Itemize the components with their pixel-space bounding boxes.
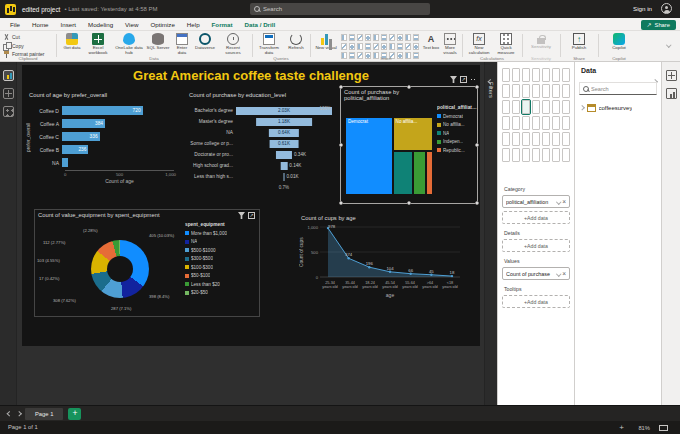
visual-treemap[interactable]: ↗ Count of purchase by political_affilia… bbox=[340, 86, 478, 204]
bar[interactable] bbox=[62, 158, 68, 167]
treemap-node[interactable]: Democrat bbox=[345, 117, 393, 195]
report-view-icon[interactable] bbox=[3, 70, 14, 81]
bar[interactable]: 384 bbox=[62, 119, 105, 128]
category-add-data-button[interactable]: +Add data bbox=[502, 211, 570, 224]
sign-in-button[interactable]: Sign in bbox=[633, 5, 652, 12]
legend-item[interactable]: No affilia... bbox=[437, 121, 477, 130]
copy-button[interactable]: Copy bbox=[3, 42, 24, 50]
visual-type-icon[interactable] bbox=[405, 43, 411, 50]
quick-measure-button[interactable]: Quick measure bbox=[494, 33, 518, 56]
visual-type-icon[interactable] bbox=[397, 34, 403, 41]
bar[interactable]: 336 bbox=[62, 132, 100, 141]
menu-format[interactable]: Format bbox=[206, 18, 239, 31]
visual-type-icon[interactable] bbox=[381, 34, 387, 41]
visual-type-icon[interactable] bbox=[522, 68, 530, 82]
treemap-node[interactable] bbox=[393, 151, 414, 195]
visual-type-icon[interactable] bbox=[532, 68, 540, 82]
selection-handle[interactable] bbox=[339, 201, 343, 205]
menu-data-drill[interactable]: Data / Drill bbox=[239, 18, 282, 31]
menu-insert[interactable]: Insert bbox=[55, 18, 82, 31]
visual-type-icon[interactable] bbox=[562, 84, 570, 98]
visual-type-icon[interactable] bbox=[562, 132, 570, 146]
visual-type-icon[interactable] bbox=[341, 43, 347, 50]
collapse-ribbon-icon[interactable] bbox=[666, 42, 671, 47]
bar[interactable]: 720 bbox=[62, 106, 143, 115]
visual-type-icon[interactable] bbox=[522, 84, 530, 98]
menu-home[interactable]: Home bbox=[26, 18, 55, 31]
visual-type-icon[interactable] bbox=[389, 34, 395, 41]
visual-type-icon[interactable] bbox=[512, 116, 520, 130]
legend-item[interactable]: $500-$1000 bbox=[185, 246, 257, 255]
visual-type-icon[interactable] bbox=[542, 148, 550, 162]
visual-type-icon[interactable] bbox=[502, 100, 510, 114]
visual-type-icon[interactable] bbox=[552, 84, 560, 98]
remove-field-icon[interactable]: × bbox=[562, 195, 566, 208]
visual-type-icon[interactable] bbox=[532, 132, 540, 146]
visual-filter-icon[interactable] bbox=[450, 76, 457, 83]
treemap-node[interactable]: No affilia... bbox=[393, 117, 433, 151]
visual-type-icon[interactable] bbox=[552, 132, 560, 146]
legend-item[interactable]: NA bbox=[437, 129, 477, 138]
visual-type-icon[interactable] bbox=[341, 34, 347, 41]
menu-view[interactable]: View bbox=[119, 18, 144, 31]
legend-item[interactable]: Democrat bbox=[437, 112, 477, 121]
legend-item[interactable]: $50-$100 bbox=[185, 272, 257, 281]
data-table-row[interactable]: coffeesurvey bbox=[580, 102, 659, 114]
menu-optimize[interactable]: Optimize bbox=[144, 18, 180, 31]
cut-button[interactable]: Cut bbox=[3, 33, 20, 41]
new-page-button[interactable]: + bbox=[68, 408, 81, 420]
account-icon[interactable] bbox=[661, 3, 672, 14]
visual-type-icon[interactable] bbox=[562, 100, 570, 114]
legend-item[interactable]: $100-$300 bbox=[185, 263, 257, 272]
remove-field-icon[interactable]: × bbox=[562, 267, 566, 280]
visual-type-icon[interactable] bbox=[542, 100, 550, 114]
legend-item[interactable]: More than $1,000 bbox=[185, 229, 257, 238]
visual-type-icon[interactable] bbox=[502, 84, 510, 98]
visual-type-icon[interactable] bbox=[542, 84, 550, 98]
selection-handle[interactable] bbox=[475, 201, 479, 205]
more-options-icon[interactable] bbox=[470, 76, 477, 83]
visual-type-icon[interactable] bbox=[381, 43, 387, 50]
more-visuals-button[interactable]: More visuals bbox=[440, 33, 460, 56]
focus-mode-icon[interactable]: ↗ bbox=[460, 76, 467, 83]
visual-funnel-chart[interactable]: Count of purchase by education_level Bac… bbox=[186, 90, 336, 202]
visual-type-icon[interactable] bbox=[552, 68, 560, 82]
legend-item[interactable]: Less than $20 bbox=[185, 280, 257, 289]
visual-type-icon[interactable] bbox=[413, 43, 419, 50]
page-tab[interactable]: Page 1 bbox=[25, 408, 63, 420]
next-page-icon[interactable] bbox=[16, 411, 21, 416]
visual-type-icon[interactable] bbox=[542, 68, 550, 82]
enter-data-button[interactable]: Enter data bbox=[172, 33, 192, 56]
visual-type-icon[interactable] bbox=[542, 116, 550, 130]
global-search-input[interactable] bbox=[263, 6, 426, 12]
visual-type-icon[interactable] bbox=[405, 34, 411, 41]
visual-type-icon[interactable] bbox=[373, 43, 379, 50]
visual-type-icon[interactable] bbox=[552, 116, 560, 130]
funnel-bar[interactable] bbox=[284, 173, 285, 181]
visual-type-icon[interactable] bbox=[349, 43, 355, 50]
legend-item[interactable]: $300-$500 bbox=[185, 255, 257, 264]
dataverse-button[interactable]: Dataverse bbox=[194, 33, 216, 51]
report-page[interactable]: Great American coffee taste challenge Co… bbox=[22, 65, 480, 346]
new-visual-button[interactable]: New visual bbox=[314, 33, 338, 51]
sql-server-button[interactable]: SQL Server bbox=[146, 33, 170, 51]
selection-handle[interactable] bbox=[475, 143, 479, 147]
menu-help[interactable]: Help bbox=[181, 18, 206, 31]
model-view-icon[interactable] bbox=[3, 106, 14, 117]
onelake-data-hub-button[interactable]: OneLake data hub bbox=[114, 33, 144, 56]
visual-type-icon[interactable] bbox=[552, 100, 560, 114]
selection-handle[interactable] bbox=[339, 143, 343, 147]
menu-modeling[interactable]: Modeling bbox=[82, 18, 119, 31]
focus-mode-icon[interactable]: ↗ bbox=[248, 212, 255, 219]
copilot-button[interactable]: Copilot bbox=[604, 33, 634, 51]
visual-type-icon[interactable] bbox=[512, 84, 520, 98]
share-button[interactable]: ↗ Share bbox=[641, 20, 677, 30]
refresh-button[interactable]: Refresh bbox=[286, 33, 306, 51]
values-field-chip[interactable]: Count of purchase × bbox=[502, 267, 570, 280]
legend-item[interactable]: NA bbox=[185, 238, 257, 247]
data-search-input[interactable] bbox=[591, 86, 653, 92]
data-pane-icon[interactable] bbox=[666, 70, 677, 81]
visual-type-icon[interactable] bbox=[532, 116, 540, 130]
visual-type-icon[interactable] bbox=[522, 148, 530, 162]
details-add-data-button[interactable]: +Add data bbox=[502, 239, 570, 252]
